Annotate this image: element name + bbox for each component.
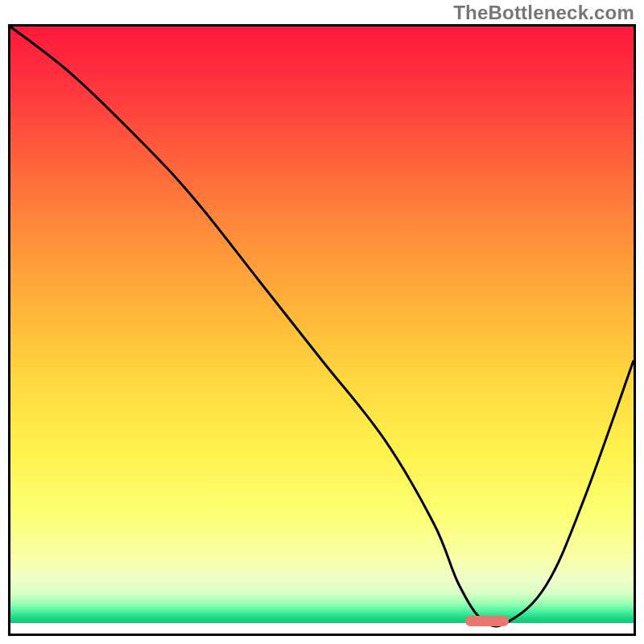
watermark-text: TheBottleneck.com: [453, 2, 634, 24]
optimal-range-marker: [465, 616, 509, 626]
plot-area: [8, 24, 636, 636]
curve-svg: [10, 27, 634, 634]
bottleneck-curve: [10, 27, 634, 626]
chart-frame: TheBottleneck.com: [0, 0, 644, 644]
